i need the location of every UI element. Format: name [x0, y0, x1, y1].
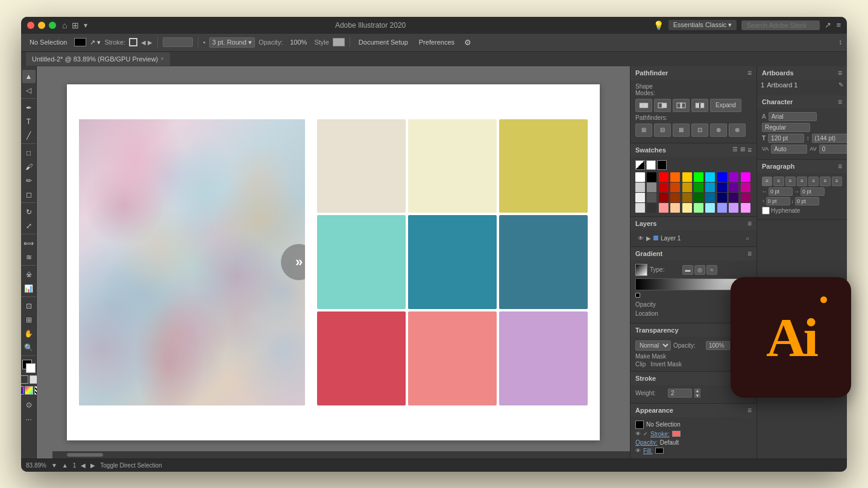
- page-nav-left[interactable]: ◀: [81, 462, 86, 469]
- paragraph-menu[interactable]: ≡: [838, 162, 842, 170]
- font-family-input[interactable]: [769, 112, 817, 121]
- tracking-input[interactable]: [771, 145, 807, 154]
- color-swatches[interactable]: [22, 360, 36, 373]
- preferences-btn[interactable]: Preferences: [415, 37, 458, 47]
- paintbrush-tool[interactable]: 🖌: [22, 160, 36, 174]
- weight-down-btn[interactable]: ▼: [694, 393, 700, 398]
- intersect-btn[interactable]: [673, 99, 690, 112]
- artboard-1-item[interactable]: 1 Artboard 1 ✎: [757, 80, 847, 90]
- artboard-tool[interactable]: ⊡: [22, 299, 36, 313]
- swatch-6[interactable]: [705, 172, 715, 182]
- palette-cell-0[interactable]: [317, 119, 406, 213]
- background-swatch[interactable]: [26, 363, 36, 373]
- pencil-tool[interactable]: ✏: [22, 174, 36, 187]
- minimize-button[interactable]: [38, 22, 45, 29]
- swatch-27[interactable]: [717, 193, 727, 202]
- home-icon[interactable]: ⌂: [62, 20, 67, 30]
- essentials-dropdown[interactable]: Essentials Classic ▾: [668, 20, 737, 30]
- justify-btn[interactable]: ≡: [797, 177, 807, 186]
- swatch-8[interactable]: [729, 172, 738, 182]
- right-indent-input[interactable]: [800, 187, 825, 196]
- justify-all-btn[interactable]: ≡: [820, 177, 830, 186]
- layers-header[interactable]: Layers ≡: [631, 217, 756, 230]
- canvas-area[interactable]: »: [37, 66, 630, 458]
- palette-cell-4[interactable]: [408, 215, 497, 309]
- swatch-14[interactable]: [682, 183, 692, 192]
- page-nav-right[interactable]: ▶: [90, 462, 95, 469]
- fill-swatch[interactable]: [74, 38, 86, 46]
- linear-gradient-btn[interactable]: ▬: [682, 265, 693, 275]
- align-center-btn[interactable]: ≡: [773, 177, 784, 186]
- pathfinder-close-icon[interactable]: ≡: [747, 69, 752, 77]
- share-icon[interactable]: ↗: [825, 20, 831, 30]
- palette-cell-1[interactable]: [408, 119, 497, 213]
- swatch-22[interactable]: [659, 193, 668, 202]
- swatch-9[interactable]: [741, 172, 750, 182]
- artboards-menu[interactable]: ≡: [838, 69, 842, 77]
- symbol-tool[interactable]: ※: [22, 268, 36, 281]
- active-tab[interactable]: Untitled-2* @ 83.89% (RGB/GPU Preview) ×: [26, 52, 170, 66]
- hand-tool[interactable]: ✋: [22, 327, 36, 340]
- swatch-16[interactable]: [705, 183, 715, 192]
- paragraph-header[interactable]: Paragraph ≡: [757, 160, 847, 173]
- tab-close-btn[interactable]: ×: [160, 55, 164, 62]
- appearance-header[interactable]: Appearance ≡: [631, 404, 756, 417]
- arrange-icon[interactable]: ↕: [838, 38, 842, 46]
- unite-btn[interactable]: [635, 99, 652, 112]
- gradient-preview[interactable]: [635, 264, 647, 276]
- swatch-11[interactable]: [647, 183, 656, 192]
- rectangle-tool[interactable]: □: [22, 146, 36, 160]
- swatch-13[interactable]: [670, 183, 680, 192]
- stroke-color-bar[interactable]: [163, 37, 193, 47]
- swatch-26[interactable]: [705, 193, 715, 202]
- minus-back-btn[interactable]: ⊗: [729, 124, 746, 137]
- trim-btn[interactable]: ⊟: [654, 124, 671, 137]
- minus-front-btn[interactable]: [654, 99, 671, 112]
- align-left-btn[interactable]: ≡: [762, 177, 772, 186]
- artboard-edit-icon[interactable]: ✎: [838, 81, 843, 88]
- swatch-31[interactable]: [647, 203, 656, 213]
- zoom-up-btn[interactable]: ▲: [62, 462, 68, 469]
- swatch-1[interactable]: [647, 172, 656, 182]
- swatches-grid-view[interactable]: ⊞: [740, 146, 745, 154]
- layer-visibility-icon[interactable]: 👁: [638, 235, 644, 242]
- gradient-header[interactable]: Gradient ≡: [631, 247, 756, 260]
- swatch-15[interactable]: [694, 183, 703, 192]
- more-icon[interactable]: ≡: [836, 20, 841, 30]
- freeform-gradient-btn[interactable]: ≈: [706, 265, 717, 275]
- opacity-value[interactable]: 100%: [286, 37, 310, 47]
- align-right-btn[interactable]: ≡: [785, 177, 796, 186]
- character-header[interactable]: Character ≡: [757, 95, 847, 108]
- direct-selection-tool[interactable]: ◁: [22, 84, 36, 97]
- rotate-tool[interactable]: ↻: [22, 205, 36, 219]
- character-menu[interactable]: ≡: [838, 98, 842, 106]
- zoom-tool[interactable]: 🔍: [22, 341, 36, 354]
- layer-1-item[interactable]: 👁 ▶ Layer 1 ○: [635, 234, 752, 243]
- horizontal-scrollbar[interactable]: [52, 451, 630, 458]
- font-style-input[interactable]: [762, 123, 810, 132]
- scale-tool[interactable]: ⤢: [22, 219, 36, 233]
- gradient-stop-left[interactable]: [635, 293, 640, 298]
- white-swatch[interactable]: [646, 160, 656, 170]
- maximize-button[interactable]: [49, 22, 56, 29]
- exclude-btn[interactable]: [691, 99, 708, 112]
- swatch-28[interactable]: [729, 193, 738, 202]
- palette-cell-6[interactable]: [317, 311, 406, 405]
- swatch-38[interactable]: [729, 203, 738, 213]
- none-swatch[interactable]: [635, 160, 645, 170]
- blend-mode-select[interactable]: Normal: [635, 340, 671, 351]
- radial-gradient-btn[interactable]: ◎: [694, 265, 705, 275]
- crop-btn[interactable]: ⊡: [691, 124, 708, 137]
- kerning-input[interactable]: [819, 145, 847, 154]
- swatches-header[interactable]: Swatches ☰ ⊞ ≡: [631, 143, 756, 157]
- stroke-color-preview[interactable]: [672, 431, 681, 437]
- swatch-29[interactable]: [741, 193, 750, 202]
- appearance-menu[interactable]: ≡: [747, 406, 752, 414]
- black-swatch[interactable]: [657, 160, 667, 170]
- line-tool[interactable]: ╱: [22, 129, 36, 142]
- swatch-35[interactable]: [694, 203, 703, 213]
- swatch-19[interactable]: [741, 183, 750, 192]
- gradient-menu[interactable]: ≡: [747, 249, 752, 258]
- swatch-17[interactable]: [717, 183, 727, 192]
- swatch-0[interactable]: [635, 172, 645, 182]
